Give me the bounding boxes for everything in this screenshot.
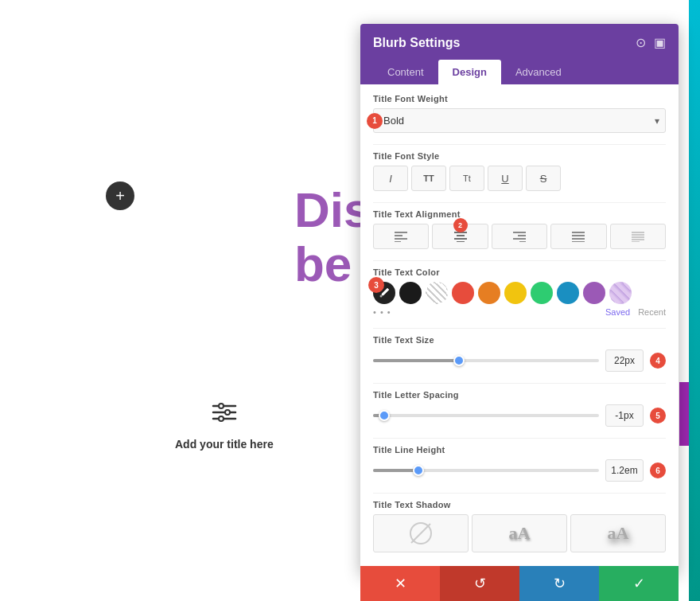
color-extras-row: • • • Saved Recent <box>373 307 666 317</box>
color-white[interactable] <box>426 282 448 304</box>
svg-point-3 <box>219 404 224 408</box>
font-weight-section: Title Font Weight 1 Bold Normal Light ▾ <box>373 94 666 133</box>
save-icon: ✓ <box>633 575 645 592</box>
responsive-icon[interactable]: ⊙ <box>636 35 646 50</box>
line-height-value[interactable]: 1.2em <box>605 459 644 482</box>
line-height-section: Title Line Height 1.2em 6 <box>373 445 666 482</box>
redo-icon: ↻ <box>554 575 566 592</box>
divider-1 <box>373 144 666 145</box>
underline-button[interactable]: U <box>488 166 523 191</box>
svg-point-27 <box>380 295 383 298</box>
cancel-button[interactable]: ✕ <box>360 566 440 601</box>
tab-content[interactable]: Content <box>373 60 438 84</box>
align-right-button[interactable] <box>492 224 547 249</box>
blurb-module-icon[interactable]: Add your title here <box>175 398 274 451</box>
teal-sidebar <box>689 0 700 601</box>
color-blue[interactable] <box>557 282 579 304</box>
text-alignment-label: Title Text Alignment <box>373 209 666 219</box>
panel-header: Blurb Settings ⊙ ▣ Content Design Advanc… <box>360 24 679 84</box>
shadow-large-button[interactable]: aA <box>570 514 666 552</box>
text-shadow-section: Title Text Shadow aA aA <box>373 500 666 552</box>
align-justify-all-button[interactable] <box>610 224 666 249</box>
letter-spacing-track[interactable] <box>373 414 599 417</box>
canvas-title-text: Dis be <box>294 183 371 291</box>
font-weight-label: Title Font Weight <box>373 94 666 103</box>
no-shadow-circle <box>410 522 432 544</box>
blurb-settings-panel: Blurb Settings ⊙ ▣ Content Design Advanc… <box>360 24 679 573</box>
letter-spacing-label: Title Letter Spacing <box>373 390 666 400</box>
line-height-thumb[interactable] <box>413 465 424 476</box>
plus-icon: + <box>115 187 125 205</box>
divider-4 <box>373 328 666 329</box>
line-height-slider-row: 1.2em 6 <box>373 459 666 482</box>
color-custom[interactable] <box>609 282 632 304</box>
text-size-value[interactable]: 22px <box>605 349 644 372</box>
expand-icon[interactable]: ▣ <box>654 35 666 50</box>
line-height-track[interactable] <box>373 469 599 472</box>
step-badge-2: 2 <box>453 218 468 232</box>
align-justify-icon <box>572 231 585 242</box>
text-size-track[interactable] <box>373 359 599 362</box>
letter-spacing-slider-row: -1px 5 <box>373 404 666 427</box>
text-size-slider-row: 22px 4 <box>373 349 666 372</box>
redo-button[interactable]: ↻ <box>519 566 599 601</box>
step-badge-3: 3 <box>368 277 384 293</box>
add-module-button[interactable]: + <box>106 181 134 210</box>
shadow-small-text: aA <box>509 523 531 544</box>
tab-advanced[interactable]: Advanced <box>501 60 576 84</box>
title-caps-button[interactable]: Tt <box>449 166 484 191</box>
divider-5 <box>373 383 666 384</box>
strikethrough-button[interactable]: S <box>526 166 561 191</box>
color-red[interactable] <box>452 282 474 304</box>
bold-all-caps-button[interactable]: TT <box>411 166 446 191</box>
undo-button[interactable]: ↺ <box>440 566 519 601</box>
align-left-button[interactable] <box>373 224 429 249</box>
tab-design[interactable]: Design <box>438 60 501 84</box>
font-style-label: Title Font Style <box>373 151 666 161</box>
shadow-none-button[interactable] <box>373 514 469 552</box>
letter-spacing-section: Title Letter Spacing -1px 5 <box>373 390 666 427</box>
cancel-icon: ✕ <box>395 575 406 592</box>
saved-link[interactable]: Saved <box>605 307 630 317</box>
recent-link[interactable]: Recent <box>638 307 666 317</box>
canvas-title-line1: Dis <box>294 183 371 237</box>
align-right-icon <box>513 231 526 242</box>
align-justify-all-icon <box>632 231 644 242</box>
shadow-small-button[interactable]: aA <box>472 514 567 552</box>
align-center-icon <box>454 231 467 242</box>
align-justify-button[interactable] <box>550 224 606 249</box>
color-orange[interactable] <box>478 282 500 304</box>
undo-icon: ↺ <box>474 575 486 592</box>
font-style-section: Title Font Style I TT Tt U S <box>373 151 666 191</box>
text-shadow-btn-group: aA aA <box>373 514 666 552</box>
text-size-thumb[interactable] <box>453 355 465 366</box>
svg-point-5 <box>219 416 224 421</box>
step-badge-1: 1 <box>367 113 383 129</box>
divider-2 <box>373 202 666 203</box>
step-badge-4: 4 <box>650 353 666 369</box>
color-more-button[interactable]: • • • <box>373 307 391 317</box>
italic-button[interactable]: I <box>373 166 408 191</box>
saved-recent-links: Saved Recent <box>605 307 666 317</box>
panel-header-icons: ⊙ ▣ <box>636 35 666 50</box>
step-badge-6: 6 <box>650 462 666 478</box>
color-purple[interactable] <box>583 282 605 304</box>
color-black[interactable] <box>399 282 422 304</box>
save-button[interactable]: ✓ <box>599 566 679 601</box>
sliders-icon <box>210 398 239 427</box>
color-yellow[interactable] <box>504 282 527 304</box>
text-alignment-btn-group: 2 <box>373 224 666 249</box>
divider-7 <box>373 493 666 494</box>
eyedropper-wrapper: 3 <box>373 282 395 304</box>
color-green[interactable] <box>531 282 553 304</box>
svg-point-4 <box>225 410 230 415</box>
panel-tabs: Content Design Advanced <box>373 60 666 84</box>
divider-3 <box>373 260 666 261</box>
canvas-title-line2: be <box>294 237 371 291</box>
shadow-large-text: aA <box>608 523 629 544</box>
line-height-fill <box>373 469 418 472</box>
font-weight-select[interactable]: Bold Normal Light <box>373 108 666 133</box>
letter-spacing-value[interactable]: -1px <box>605 404 644 427</box>
align-center-button[interactable]: 2 <box>432 224 488 249</box>
letter-spacing-thumb[interactable] <box>379 410 390 421</box>
